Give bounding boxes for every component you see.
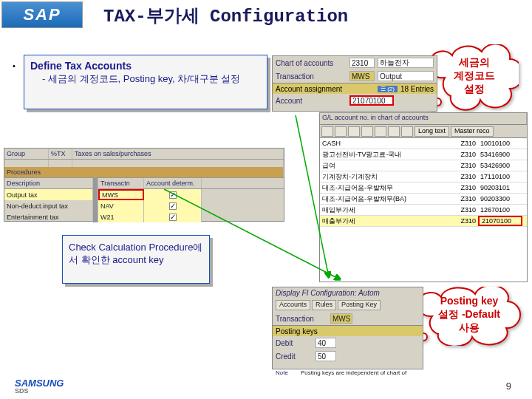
note-label: Note (276, 369, 298, 376)
taxes-desc: Taxes on sales/purchases (72, 149, 284, 159)
sap-logo: SAP (1, 1, 83, 28)
bot-trans-val[interactable]: MWS (330, 313, 352, 324)
debit-label: Debit (276, 339, 313, 347)
sap-panel-gl-list: G/L account no. in chart of accounts Lon… (319, 112, 528, 282)
chart-desc: 하늘전자 (378, 58, 434, 68)
group-col: Group (4, 149, 49, 159)
tab-posting-key[interactable]: Posting Key (338, 300, 381, 310)
gl-toolbar: Long text Master reco (320, 125, 527, 138)
credit-value[interactable]: 50 (316, 351, 336, 361)
transaction-desc: Output (378, 71, 434, 81)
tool-icon[interactable] (388, 126, 400, 137)
callout2-text: Posting key 설정 -Default 사용 (438, 294, 500, 335)
debit-value[interactable]: 40 (316, 338, 336, 348)
master-recon-btn[interactable]: Master reco (451, 126, 494, 137)
tool-icon[interactable] (401, 126, 413, 137)
long-text-btn[interactable]: Long text (415, 126, 449, 137)
account-assignment-bar: Account assignment ☰ (2) 18 Entries (273, 83, 437, 94)
gl-row[interactable]: 매출부가세Z31021070100 (320, 216, 527, 227)
posting-keys-bar: Posting keys (273, 325, 423, 336)
chart-of-accounts-label: Chart of accounts (276, 59, 347, 67)
tool-icon[interactable] (348, 126, 360, 137)
acct-determ-col: Account determ. (144, 178, 202, 188)
transaction-label: Transaction (276, 72, 347, 81)
callout-posting-key: Posting key 설정 -Default 사용 (417, 287, 521, 346)
samsung-logo: SAMSUNGSDS (15, 378, 64, 395)
tab-rules[interactable]: Rules (312, 300, 336, 310)
trans-col: Transactn (98, 178, 144, 188)
tool-icon[interactable] (335, 126, 347, 137)
gl-header: G/L account no. in chart of accounts (320, 113, 527, 124)
transaction-value[interactable]: MWS (349, 71, 375, 81)
tool-icon[interactable] (361, 126, 373, 137)
gl-row[interactable]: 대조-지급어음-우발채무(BA)Z31090203300 (320, 194, 527, 205)
tax-col: %TX (49, 149, 72, 159)
sap-panel-chart: Chart of accounts 2310 하늘전자 Transaction … (272, 55, 437, 112)
bot-trans-label: Transaction (276, 315, 327, 323)
define-sub: - 세금의 계정코드, Posting key, 차/대구분 설정 (42, 73, 261, 86)
sap-panel-posting-key: Display FI Configuration: Autom Accounts… (272, 287, 423, 369)
procedures-label: Procedures (4, 167, 284, 177)
credit-label: Credit (276, 352, 313, 361)
callout-account-code: 세금의 계정코드 설정 (430, 44, 519, 111)
callout1-text: 세금의 계정코드 설정 (454, 55, 495, 96)
desc-col: Description (4, 178, 93, 188)
tab-accounts[interactable]: Accounts (276, 300, 310, 310)
tool-icon[interactable] (375, 126, 386, 137)
page-title: TAX-부가세 Configuration (103, 4, 348, 27)
chart-value[interactable]: 2310 (349, 58, 375, 68)
account-label: Account (276, 97, 347, 105)
define-tax-accounts-box: • Define Tax Accounts - 세금의 계정코드, Postin… (24, 55, 267, 109)
svg-line-5 (164, 189, 340, 279)
gl-row[interactable]: 기계장치-기계장치Z31017110100 (320, 171, 527, 183)
define-heading: Define Tax Accounts (30, 60, 261, 72)
account-value[interactable]: 21070100 (349, 95, 394, 106)
gl-row[interactable]: 광고선전비-TV광고료-국내Z31053416900 (320, 149, 527, 160)
gl-row[interactable]: 급여Z31053426900 (320, 160, 527, 171)
gl-row[interactable]: 매입부가세Z31012670100 (320, 205, 527, 216)
note-text: Posting keys are independent of chart of (301, 369, 406, 376)
page-number: 9 (506, 381, 511, 392)
gl-row[interactable]: 대조-지급어음-우발채무Z31090203101 (320, 183, 527, 194)
gl-row[interactable]: CASHZ31010010100 (320, 138, 527, 149)
